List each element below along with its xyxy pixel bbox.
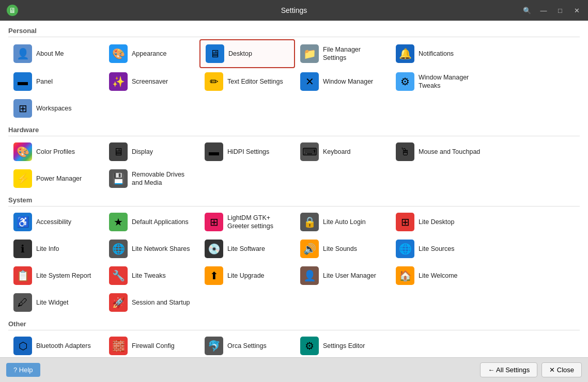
label-settings-editor: Settings Editor bbox=[323, 342, 365, 350]
label-appearance: Appearance bbox=[132, 50, 166, 58]
label-lite-user-manager: Lite User Manager bbox=[323, 272, 376, 280]
help-button[interactable]: ? Help bbox=[6, 363, 40, 377]
item-window-manager-tweaks[interactable]: ⚙Window Manager Tweaks bbox=[391, 68, 486, 95]
item-lite-user-manager[interactable]: 👤Lite User Manager bbox=[295, 262, 391, 289]
label-lite-sounds: Lite Sounds bbox=[323, 245, 357, 253]
item-workspaces[interactable]: ⊞Workspaces bbox=[8, 95, 104, 122]
window-controls: 🔍 — □ ✕ bbox=[520, 3, 584, 18]
minimize-button[interactable]: — bbox=[536, 3, 551, 18]
item-about-me[interactable]: 👤About Me bbox=[8, 39, 104, 68]
icon-bluetooth-adapters: ⬡ bbox=[13, 337, 32, 355]
main-content: Personal👤About Me🎨Appearance🖥Desktop📁Fil… bbox=[0, 21, 588, 357]
icon-lightdm-gtk-greeter: ⊞ bbox=[205, 213, 223, 231]
item-color-profiles[interactable]: 🎨Color Profiles bbox=[8, 138, 104, 165]
label-lite-upgrade: Lite Upgrade bbox=[227, 272, 265, 280]
close-button[interactable]: ✕ Close bbox=[541, 362, 582, 377]
icon-lite-user-manager: 👤 bbox=[300, 266, 319, 285]
window-title: Settings bbox=[281, 6, 307, 14]
icon-lite-widget: 🖊 bbox=[13, 293, 32, 312]
icon-session-startup: 🚀 bbox=[109, 293, 128, 312]
icon-lite-network-shares: 🌐 bbox=[109, 240, 128, 258]
label-lite-network-shares: Lite Network Shares bbox=[132, 245, 190, 253]
label-lite-system-report: Lite System Report bbox=[36, 272, 91, 280]
item-default-applications[interactable]: ★Default Applications bbox=[104, 209, 199, 235]
label-hidpi-settings: HiDPI Settings bbox=[227, 148, 269, 156]
item-lite-info[interactable]: ℹLite Info bbox=[8, 235, 104, 262]
maximize-button[interactable]: □ bbox=[553, 3, 567, 18]
icon-file-manager-settings: 📁 bbox=[300, 44, 319, 63]
label-bluetooth-adapters: Bluetooth Adapters bbox=[36, 342, 91, 350]
item-lite-sources[interactable]: 🌐Lite Sources bbox=[391, 235, 486, 262]
section-label-personal: Personal bbox=[8, 27, 580, 37]
label-workspaces: Workspaces bbox=[36, 104, 72, 113]
item-lite-sounds[interactable]: 🔊Lite Sounds bbox=[295, 235, 391, 262]
label-color-profiles: Color Profiles bbox=[36, 148, 75, 156]
icon-lite-software: 💿 bbox=[205, 240, 223, 258]
item-orca-settings[interactable]: 🐬Orca Settings bbox=[199, 332, 295, 357]
icon-default-applications: ★ bbox=[109, 213, 128, 231]
label-file-manager-settings: File Manager Settings bbox=[323, 45, 385, 62]
icon-keyboard: ⌨ bbox=[300, 142, 319, 161]
item-hidpi-settings[interactable]: ▬HiDPI Settings bbox=[199, 138, 295, 165]
icon-lite-desktop: ⊞ bbox=[396, 213, 414, 231]
label-mouse-touchpad: Mouse and Touchpad bbox=[419, 148, 480, 156]
item-session-startup[interactable]: 🚀Session and Startup bbox=[104, 289, 199, 316]
item-file-manager-settings[interactable]: 📁File Manager Settings bbox=[295, 39, 391, 68]
label-lite-widget: Lite Widget bbox=[36, 298, 69, 307]
icon-removable-drives: 💾 bbox=[109, 169, 128, 188]
item-settings-editor[interactable]: ⚙Settings Editor bbox=[295, 332, 391, 357]
item-window-manager[interactable]: ✕Window Manager bbox=[295, 68, 391, 95]
item-power-manager[interactable]: ⚡Power Manager bbox=[8, 165, 104, 192]
item-lite-network-shares[interactable]: 🌐Lite Network Shares bbox=[104, 235, 199, 262]
icon-appearance: 🎨 bbox=[109, 44, 128, 63]
icon-lite-auto-login: 🔒 bbox=[300, 213, 319, 231]
item-screensaver[interactable]: ✨Screensaver bbox=[104, 68, 199, 95]
label-session-startup: Session and Startup bbox=[132, 298, 190, 307]
item-text-editor-settings[interactable]: ✏Text Editor Settings bbox=[199, 68, 295, 95]
section-system: System♿Accessibility★Default Application… bbox=[8, 196, 580, 316]
item-bluetooth-adapters[interactable]: ⬡Bluetooth Adapters bbox=[8, 332, 104, 357]
item-firewall-config[interactable]: 🧱Firewall Config bbox=[104, 332, 199, 357]
item-notifications[interactable]: 🔔Notifications bbox=[391, 39, 486, 68]
item-removable-drives[interactable]: 💾Removable Drives and Media bbox=[104, 165, 199, 192]
item-lite-system-report[interactable]: 📋Lite System Report bbox=[8, 262, 104, 289]
section-grid-hardware: 🎨Color Profiles🖥Display▬HiDPI Settings⌨K… bbox=[8, 138, 580, 192]
icon-firewall-config: 🧱 bbox=[109, 337, 128, 355]
item-lite-software[interactable]: 💿Lite Software bbox=[199, 235, 295, 262]
item-mouse-touchpad[interactable]: 🖱Mouse and Touchpad bbox=[391, 138, 486, 165]
app-logo: 🖥 bbox=[6, 4, 19, 17]
item-lite-upgrade[interactable]: ⬆Lite Upgrade bbox=[199, 262, 295, 289]
item-display[interactable]: 🖥Display bbox=[104, 138, 199, 165]
svg-text:🖥: 🖥 bbox=[9, 6, 16, 14]
label-lightdm-gtk-greeter: LightDM GTK+ Greeter settings bbox=[227, 214, 290, 231]
label-notifications: Notifications bbox=[419, 50, 454, 58]
item-lite-widget[interactable]: 🖊Lite Widget bbox=[8, 289, 104, 316]
icon-workspaces: ⊞ bbox=[13, 99, 32, 118]
item-lightdm-gtk-greeter[interactable]: ⊞LightDM GTK+ Greeter settings bbox=[199, 209, 295, 235]
icon-accessibility: ♿ bbox=[13, 213, 32, 231]
settings-window: 🖥 Settings 🔍 — □ ✕ Personal👤About Me🎨App… bbox=[0, 0, 588, 382]
icon-lite-welcome: 🏠 bbox=[396, 266, 414, 285]
icon-lite-system-report: 📋 bbox=[13, 266, 32, 285]
item-lite-tweaks[interactable]: 🔧Lite Tweaks bbox=[104, 262, 199, 289]
icon-window-manager-tweaks: ⚙ bbox=[396, 72, 414, 91]
item-desktop[interactable]: 🖥Desktop bbox=[199, 39, 295, 68]
item-panel[interactable]: ▬Panel bbox=[8, 68, 104, 95]
close-window-button[interactable]: ✕ bbox=[569, 3, 584, 18]
search-button[interactable]: 🔍 bbox=[520, 3, 534, 18]
icon-panel: ▬ bbox=[13, 72, 32, 91]
section-grid-personal: 👤About Me🎨Appearance🖥Desktop📁File Manage… bbox=[8, 39, 580, 122]
item-appearance[interactable]: 🎨Appearance bbox=[104, 39, 199, 68]
item-accessibility[interactable]: ♿Accessibility bbox=[8, 209, 104, 235]
label-text-editor-settings: Text Editor Settings bbox=[227, 77, 283, 86]
all-settings-button[interactable]: ← All Settings bbox=[480, 362, 537, 377]
item-keyboard[interactable]: ⌨Keyboard bbox=[295, 138, 391, 165]
item-lite-desktop[interactable]: ⊞Lite Desktop bbox=[391, 209, 486, 235]
section-personal: Personal👤About Me🎨Appearance🖥Desktop📁Fil… bbox=[8, 27, 580, 122]
icon-hidpi-settings: ▬ bbox=[205, 142, 223, 161]
item-lite-welcome[interactable]: 🏠Lite Welcome bbox=[391, 262, 486, 289]
icon-desktop: 🖥 bbox=[206, 44, 224, 63]
titlebar: 🖥 Settings 🔍 — □ ✕ bbox=[0, 0, 588, 21]
item-lite-auto-login[interactable]: 🔒Lite Auto Login bbox=[295, 209, 391, 235]
section-hardware: Hardware🎨Color Profiles🖥Display▬HiDPI Se… bbox=[8, 126, 580, 192]
